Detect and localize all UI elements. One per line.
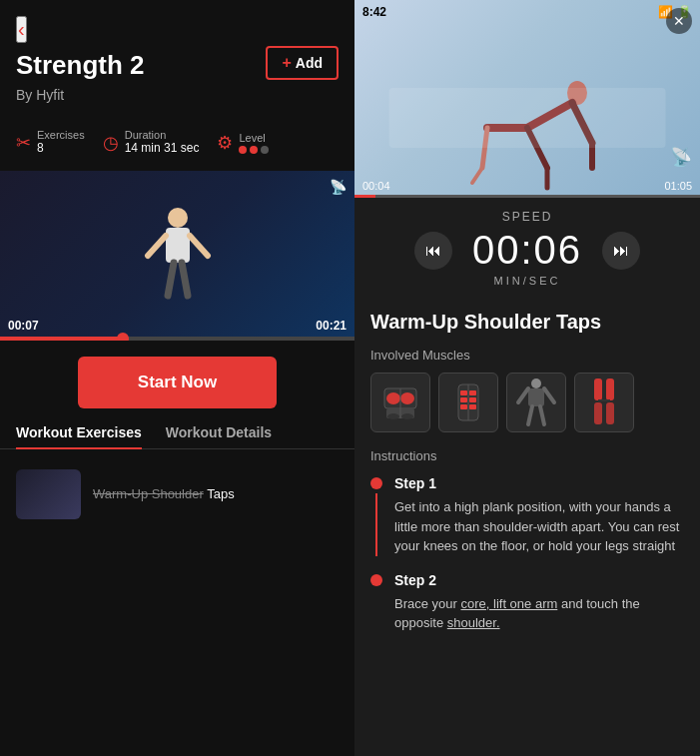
video-time-right: 00:21 [316, 319, 347, 333]
plus-icon: + [282, 54, 291, 72]
svg-rect-39 [606, 402, 614, 424]
muscle-icon-2 [438, 373, 498, 432]
right-video-time-left: 00:04 [362, 180, 390, 192]
svg-rect-26 [469, 397, 476, 402]
prev-icon: ⏮ [425, 242, 441, 260]
timer-controls: ⏮ 00:06 ⏭ [370, 228, 684, 273]
airplay-icon: 📡 [670, 146, 692, 168]
step-2-underline-1: core, lift one arm [460, 596, 557, 611]
exercise-name: Warm-Up Shoulder Taps [93, 486, 235, 501]
step-1-content: Step 1 Get into a high plank position, w… [394, 475, 684, 556]
video-progress-bar[interactable] [0, 337, 354, 341]
svg-point-16 [386, 392, 400, 404]
dumbbell-icon: ✂ [16, 132, 31, 154]
svg-point-30 [531, 378, 541, 388]
right-progress-bar[interactable] [354, 195, 700, 198]
level-dots [239, 146, 269, 154]
left-video-preview[interactable]: 📡 00:07 00:21 [0, 171, 354, 341]
next-icon: ⏭ [613, 242, 629, 260]
close-button[interactable]: ✕ [666, 8, 692, 34]
step-1-line [375, 493, 377, 556]
exercise-thumb-bg [16, 469, 81, 519]
muscles-row [370, 373, 684, 432]
step-2-dot [370, 574, 382, 586]
level-icon: ⚙ [217, 132, 233, 154]
muscle-icon-1 [370, 373, 430, 432]
step-2-indicator [370, 572, 382, 633]
add-button[interactable]: + Add [266, 46, 339, 80]
video-background: 📡 [0, 171, 354, 341]
step-1-text: Get into a high plank position, with you… [394, 497, 684, 556]
back-button[interactable]: ‹ [16, 16, 27, 43]
prev-button[interactable]: ⏮ [414, 232, 452, 270]
muscle-svg-1 [376, 377, 424, 428]
muscle-svg-4 [580, 377, 628, 428]
right-video-time-right: 01:05 [664, 180, 692, 192]
svg-rect-31 [528, 388, 544, 406]
dot-2 [250, 146, 258, 154]
muscle-icon-3 [506, 373, 566, 432]
exercise-name-end: Taps [207, 486, 234, 501]
muscle-icon-4 [574, 373, 634, 432]
duration-value: 14 min 31 sec [125, 141, 200, 157]
svg-rect-1 [166, 228, 190, 263]
svg-line-33 [544, 388, 554, 402]
add-label: Add [296, 55, 323, 71]
next-button[interactable]: ⏭ [602, 232, 640, 270]
tab-workout-exercises[interactable]: Workout Exercises [16, 424, 142, 448]
step-1: Step 1 Get into a high plank position, w… [370, 475, 684, 556]
duration-stat: ◷ Duration 14 min 31 sec [103, 129, 200, 157]
exercise-detail-title: Warm-Up Shoulder Taps [370, 311, 684, 334]
step-1-indicator [370, 475, 382, 556]
stats-row: ✂ Exercises 8 ◷ Duration 14 min 31 sec ⚙… [0, 129, 354, 171]
step-2-content: Step 2 Brace your core, lift one arm and… [394, 572, 684, 633]
svg-line-14 [472, 168, 482, 183]
muscle-svg-3 [512, 377, 560, 428]
left-panel: ‹ Strength 2 By Hyfit + Add ✂ Exercises … [0, 0, 354, 756]
svg-line-5 [182, 263, 188, 296]
step-2-title: Step 2 [394, 572, 684, 588]
svg-rect-24 [469, 390, 476, 395]
svg-line-3 [190, 236, 208, 256]
right-panel: 8:42 📶 🔋 ✕ 📡 00:0 [354, 0, 700, 756]
exercises-stat: ✂ Exercises 8 [16, 129, 85, 157]
min-sec-label: MIN/SEC [370, 275, 684, 287]
exercise-thumbnail [16, 469, 81, 519]
start-now-button[interactable]: Start Now [78, 357, 277, 408]
svg-rect-36 [594, 378, 602, 400]
exercises-label: Exercises [37, 129, 85, 141]
exercise-details: Warm-Up Shoulder Taps Involved Muscles [354, 295, 700, 756]
svg-line-4 [168, 263, 174, 296]
svg-point-21 [401, 413, 413, 419]
duration-label: Duration [125, 129, 200, 141]
level-label: Level [239, 132, 269, 144]
right-video-background: 8:42 📶 🔋 [354, 0, 700, 198]
dot-1 [239, 146, 247, 154]
svg-point-0 [168, 208, 188, 228]
svg-line-2 [148, 236, 166, 256]
svg-point-17 [400, 392, 414, 404]
svg-line-34 [528, 406, 532, 424]
status-time: 8:42 [362, 5, 386, 19]
svg-rect-25 [460, 397, 467, 402]
step-2: Step 2 Brace your core, lift one arm and… [370, 572, 684, 633]
video-time-left: 00:07 [8, 319, 39, 333]
svg-rect-23 [460, 390, 467, 395]
exercise-list: Warm-Up Shoulder Taps [0, 449, 354, 756]
level-stat: ⚙ Level [217, 132, 269, 154]
video-progress-fill [0, 337, 124, 341]
svg-rect-37 [606, 378, 614, 400]
svg-point-20 [387, 413, 399, 419]
status-bar: 8:42 📶 🔋 [354, 0, 700, 24]
svg-line-32 [518, 388, 528, 402]
clock-icon: ◷ [103, 132, 119, 154]
timer-display: 00:06 [472, 228, 582, 273]
dot-3 [261, 146, 269, 154]
svg-line-35 [540, 406, 544, 424]
muscle-svg-2 [444, 377, 492, 428]
step-2-underline-2: shoulder. [447, 615, 500, 630]
tabs-row: Workout Exercises Workout Details [0, 424, 354, 449]
list-item: Warm-Up Shoulder Taps [16, 461, 339, 527]
right-video: 8:42 📶 🔋 ✕ 📡 00:0 [354, 0, 700, 198]
tab-workout-details[interactable]: Workout Details [166, 424, 272, 448]
